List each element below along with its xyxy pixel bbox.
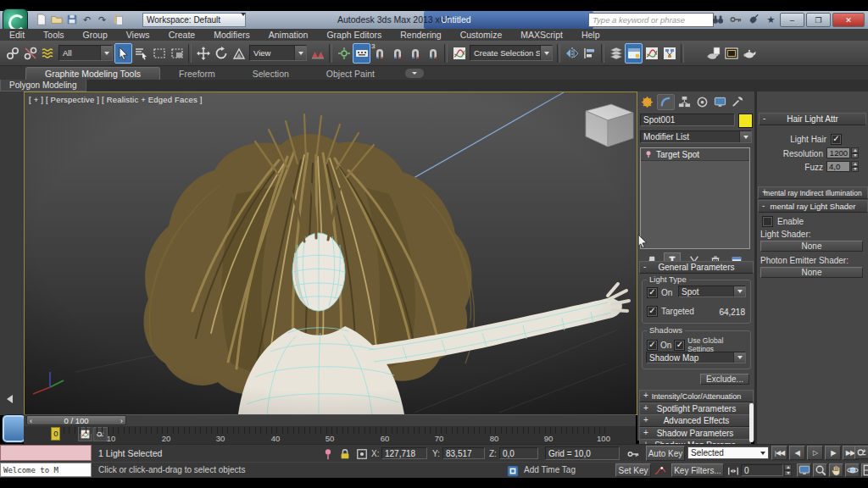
time-slider-handle[interactable]: ‹ 0 / 100 › (26, 415, 126, 425)
isolate-pin-icon[interactable] (320, 446, 336, 461)
y-coordinate-field[interactable]: 83,517 (442, 447, 485, 459)
select-by-name-icon[interactable] (132, 43, 150, 64)
workspace-dropdown-arrow[interactable] (241, 16, 246, 25)
rollout-shadow-parameters[interactable]: + Shadow Parameters (639, 427, 751, 440)
viewport-label[interactable]: [ + ] [ Perspective ] [ Realistic + Edge… (29, 95, 203, 104)
layer-manager-icon[interactable] (607, 43, 625, 64)
viewport-layout-button[interactable] (2, 414, 26, 443)
fuzz-spinner[interactable] (851, 161, 859, 172)
menu-maxscript[interactable]: MAXScript (511, 30, 572, 40)
select-and-manipulate-icon[interactable] (335, 43, 353, 64)
resolution-spinner[interactable] (851, 147, 859, 158)
redo-icon[interactable]: ↷ (95, 13, 109, 26)
rectangular-selection-region-icon[interactable] (150, 43, 168, 64)
next-frame-button[interactable]: |▶ (825, 446, 841, 460)
open-file-icon[interactable] (49, 13, 64, 26)
select-and-link-icon[interactable] (3, 43, 21, 64)
shadow-type-dropdown[interactable]: Shadow Map (646, 352, 746, 363)
create-panel-icon[interactable] (639, 95, 655, 109)
close-button[interactable]: ✕ (832, 13, 865, 27)
light-hair-checkbox[interactable]: ✓ (831, 134, 842, 145)
menu-tools[interactable]: Tools (34, 30, 74, 40)
rollout-mental-ray-indirect[interactable]: + mental ray Indirect Illumination (758, 186, 868, 199)
render-setup-icon[interactable] (704, 43, 722, 64)
absolute-mode-icon[interactable] (354, 446, 370, 461)
track-bar[interactable]: 0 10 20 30 40 50 60 70 80 90 100 (24, 426, 636, 445)
rollout-general-parameters[interactable]: - General Parameters (639, 261, 754, 274)
object-color-swatch[interactable] (738, 114, 753, 128)
targeted-checkbox[interactable]: ✓ (647, 306, 658, 317)
select-and-move-icon[interactable] (194, 43, 212, 64)
mr-enable-checkbox[interactable] (762, 216, 773, 227)
communication-center-icon[interactable] (746, 13, 760, 26)
percent-snap-icon[interactable] (406, 43, 424, 64)
snap-toggle-3d-icon[interactable]: 3 (370, 43, 388, 64)
previous-frame-button[interactable]: ◀| (789, 446, 805, 460)
shadows-on-checkbox[interactable]: ✓ (647, 340, 658, 351)
menu-customize[interactable]: Customize (451, 30, 512, 40)
pan-hand-icon[interactable] (829, 463, 843, 477)
time-slider-track[interactable]: ‹ 0 / 100 › (24, 414, 636, 426)
menu-edit[interactable]: Edit (0, 30, 34, 40)
zoom-extents-icon[interactable] (813, 463, 827, 477)
workspace-dropdown[interactable]: Workspace: Default (142, 13, 246, 27)
zoom-viewport-icon[interactable] (797, 463, 811, 477)
key-mode-toggle-icon[interactable] (854, 446, 868, 459)
rollout-advanced-effects[interactable]: + Advanced Effects (639, 414, 754, 427)
orbit-icon[interactable] (845, 463, 860, 477)
keyboard-shortcut-override-icon[interactable] (353, 43, 370, 64)
panel-scrollbar[interactable] (749, 403, 754, 442)
select-and-scale-icon[interactable] (230, 43, 248, 64)
x-coordinate-field[interactable]: 127,718 (381, 447, 427, 459)
search-input[interactable]: Type a keyword or phrase (588, 13, 714, 27)
exclude-button[interactable]: Exclude... (700, 374, 749, 385)
use-pivot-point-icon[interactable] (309, 43, 326, 64)
time-range-icon[interactable] (726, 463, 741, 478)
minimize-button[interactable]: – (780, 13, 804, 27)
bind-to-space-warp-icon[interactable] (39, 43, 57, 64)
menu-animation[interactable]: Animation (259, 30, 318, 40)
slider-next-arrow[interactable]: › (120, 416, 123, 425)
menu-views[interactable]: Views (117, 30, 159, 40)
window-crossing-icon[interactable] (168, 43, 186, 64)
align-icon[interactable] (581, 43, 598, 64)
macro-recorder-field[interactable] (0, 445, 92, 461)
sign-in-key-icon[interactable] (728, 13, 743, 26)
select-object-button[interactable] (114, 43, 132, 64)
menu-group[interactable]: Group (74, 30, 117, 40)
select-and-rotate-icon[interactable] (212, 43, 230, 64)
render-production-icon[interactable] (740, 43, 758, 64)
tab-graphite-modeling-tools[interactable]: Graphite Modeling Tools (25, 67, 160, 80)
edit-named-selection-sets-icon[interactable] (450, 43, 468, 64)
resolution-field[interactable]: 1200 (826, 147, 850, 158)
key-set-dropdown[interactable]: Selected (687, 446, 769, 459)
paste-icon[interactable] (110, 13, 125, 26)
menu-graph-editors[interactable]: Graph Editors (317, 30, 391, 40)
fuzz-field[interactable]: 4,0 (826, 161, 850, 172)
photon-none-button[interactable]: None (760, 267, 863, 278)
material-editor-icon[interactable] (687, 43, 704, 64)
search-communities-icon[interactable] (710, 13, 725, 26)
menu-create[interactable]: Create (159, 30, 205, 40)
favorites-star-icon[interactable]: ★ (764, 13, 778, 26)
motion-panel-icon[interactable] (694, 95, 710, 109)
selection-filter-dropdown[interactable]: All (58, 45, 113, 61)
z-coordinate-field[interactable]: 0,0 (499, 447, 538, 459)
unlink-selection-icon[interactable] (21, 43, 39, 64)
set-key-curve-icon[interactable] (653, 463, 668, 478)
auto-key-button[interactable]: Auto Key (646, 446, 685, 461)
menu-rendering[interactable]: Rendering (391, 30, 450, 40)
modifier-list-dropdown[interactable]: Modifier List (640, 130, 752, 143)
rendered-frame-window-icon[interactable] (722, 43, 740, 64)
rollout-hair-light-attr[interactable]: - Hair Light Attr (759, 113, 866, 125)
maximize-button[interactable]: ❐ (806, 13, 831, 27)
frame-spinner[interactable] (784, 464, 792, 476)
tab-selection[interactable]: Selection (234, 68, 308, 80)
stack-item-target-spot[interactable]: Target Spot (641, 148, 749, 161)
save-file-icon[interactable] (64, 13, 79, 26)
light-shader-none-button[interactable]: None (760, 241, 863, 252)
selection-lock-icon[interactable] (337, 446, 353, 461)
tab-freeform[interactable]: Freeform (160, 68, 234, 80)
current-frame-field[interactable]: 0 (741, 464, 783, 476)
light-on-checkbox[interactable]: ✓ (647, 287, 658, 298)
